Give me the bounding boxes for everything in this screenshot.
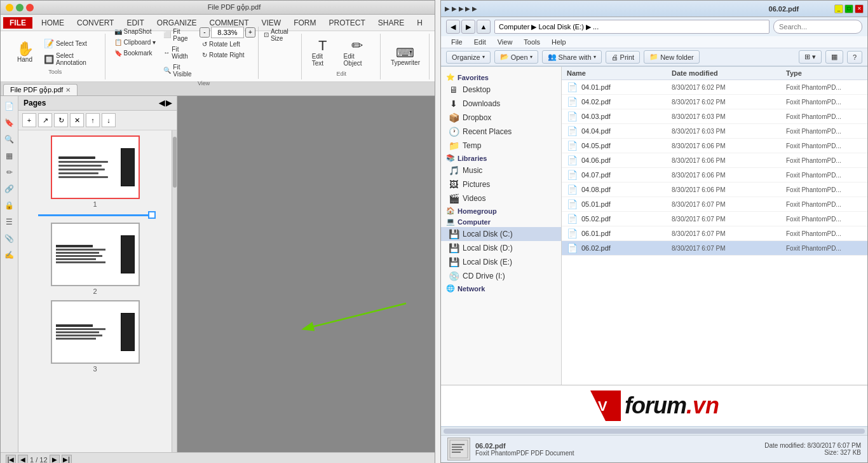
- expand-left-icon[interactable]: ◀: [159, 99, 165, 107]
- pages-move-up-btn[interactable]: ↑: [86, 113, 100, 127]
- back-button[interactable]: ◀: [446, 20, 460, 34]
- protect-menu[interactable]: PROTECT: [322, 17, 371, 29]
- share-menu[interactable]: SHARE: [372, 17, 410, 29]
- rotate-right-button[interactable]: ↻ Rotate Right: [200, 50, 255, 60]
- page-thumb-3[interactable]: 3: [51, 300, 140, 373]
- next-page-button[interactable]: ▶: [50, 455, 60, 464]
- address-input[interactable]: [494, 20, 770, 34]
- share-with-button[interactable]: 👥 Share with ▾: [542, 50, 602, 64]
- search-sidebar-btn[interactable]: 🔍: [2, 132, 17, 147]
- explorer-close-btn[interactable]: ✕: [855, 4, 864, 13]
- page-thumb-1[interactable]: 1: [51, 135, 140, 208]
- select-annotation-button[interactable]: 🔲 Select Annotation: [41, 51, 100, 67]
- nav-local-disk-c[interactable]: 💾 Local Disk (C:): [441, 227, 561, 241]
- date-column-header[interactable]: Date modified: [672, 69, 786, 77]
- nav-temp[interactable]: 📁 Temp: [441, 139, 561, 153]
- computer-header[interactable]: 💻 Computer: [441, 216, 561, 227]
- nav-local-disk-d[interactable]: 💾 Local Disk (D:): [441, 241, 561, 255]
- home-menu[interactable]: HOME: [35, 17, 71, 29]
- signatures-sidebar-btn[interactable]: ✍: [2, 247, 17, 263]
- select-text-button[interactable]: 📝 Select Text: [41, 38, 100, 50]
- file-row[interactable]: 📄 04.03.pdf 8/30/2017 6:03 PM Foxit Phan…: [562, 109, 867, 124]
- file-row[interactable]: 📄 05.01.pdf 8/30/2017 6:07 PM Foxit Phan…: [562, 197, 867, 212]
- file-row[interactable]: 📄 04.02.pdf 8/30/2017 6:02 PM Foxit Phan…: [562, 95, 867, 109]
- network-header[interactable]: 🌐 Network: [441, 283, 561, 294]
- expand-right-icon[interactable]: ▶: [166, 99, 172, 107]
- pages-rotate-btn[interactable]: ↻: [54, 113, 68, 127]
- file-row[interactable]: 📄 04.08.pdf 8/30/2017 6:06 PM Foxit Phan…: [562, 183, 867, 197]
- libraries-header[interactable]: 📚 Libraries: [441, 153, 561, 163]
- security-sidebar-btn[interactable]: 🔒: [2, 198, 17, 213]
- explorer-maximize-btn[interactable]: □: [844, 4, 853, 13]
- pages-insert-btn[interactable]: +: [22, 113, 36, 127]
- bookmark-button[interactable]: 🔖 Bookmark: [112, 48, 159, 58]
- nav-music[interactable]: 🎵 Music: [441, 163, 561, 177]
- typewriter-button[interactable]: ⌨ Typewriter: [387, 44, 424, 69]
- zoom-out-button[interactable]: -: [200, 27, 210, 38]
- pages-scrollbar[interactable]: [172, 130, 177, 452]
- file-menu-item[interactable]: File: [446, 38, 468, 46]
- page-3-thumbnail[interactable]: [51, 300, 140, 364]
- horizontal-scrollbar[interactable]: [441, 426, 867, 435]
- tab-close-icon[interactable]: ✕: [65, 86, 71, 93]
- file-row[interactable]: 📄 04.04.pdf 8/30/2017 6:03 PM Foxit Phan…: [562, 124, 867, 139]
- last-page-button[interactable]: ▶|: [62, 455, 72, 464]
- edit-menu-item[interactable]: Edit: [469, 38, 491, 46]
- close-btn[interactable]: [26, 4, 34, 11]
- file-row[interactable]: 📄 04.01.pdf 8/30/2017 6:02 PM Foxit Phan…: [562, 80, 867, 95]
- minimize-btn[interactable]: [6, 4, 13, 11]
- page-1-thumbnail[interactable]: [51, 135, 140, 199]
- pages-sidebar-btn[interactable]: 📄: [2, 99, 17, 114]
- links-sidebar-btn[interactable]: 🔗: [2, 181, 17, 197]
- nav-desktop[interactable]: 🖥 Desktop: [441, 83, 561, 97]
- nav-recent-places[interactable]: 🕐 Recent Places: [441, 125, 561, 139]
- file-tab[interactable]: File PDF gộp.pdf ✕: [3, 84, 78, 95]
- forward-button[interactable]: ▶: [461, 20, 475, 34]
- file-row[interactable]: 📄 04.05.pdf 8/30/2017 6:06 PM Foxit Phan…: [562, 139, 867, 153]
- nav-local-disk-e[interactable]: 💾 Local Disk (E:): [441, 255, 561, 269]
- clipboard-button[interactable]: 📋 Clipboard ▾: [112, 38, 159, 47]
- help-button[interactable]: ?: [847, 51, 862, 64]
- rotate-left-button[interactable]: ↺ Rotate Left: [200, 39, 255, 49]
- nav-downloads[interactable]: ⬇ Downloads: [441, 97, 561, 111]
- view-toggle-button[interactable]: ⊞ ▾: [799, 50, 822, 64]
- bookmarks-sidebar-btn[interactable]: 🔖: [2, 115, 17, 130]
- prev-page-button[interactable]: ◀: [18, 455, 28, 464]
- search-input[interactable]: [773, 20, 862, 34]
- file-menu[interactable]: FILE: [3, 17, 32, 29]
- favorites-header[interactable]: ⭐ Favorites: [441, 72, 561, 83]
- layers-sidebar-btn[interactable]: ▦: [2, 148, 17, 163]
- actual-size-button[interactable]: ⊡ Actual Size: [261, 27, 296, 43]
- snapshot-button[interactable]: 📷 SnapShot: [112, 27, 159, 36]
- edit-text-button[interactable]: T Edit Text: [308, 36, 337, 69]
- nav-pictures[interactable]: 🖼 Pictures: [441, 177, 561, 191]
- first-page-button[interactable]: |◀: [6, 455, 16, 464]
- file-row[interactable]: 📄 06.01.pdf 8/30/2017 6:07 PM Foxit Phan…: [562, 226, 867, 241]
- file-row[interactable]: 📄 05.02.pdf 8/30/2017 6:07 PM Foxit Phan…: [562, 212, 867, 226]
- up-button[interactable]: ▲: [477, 20, 491, 34]
- zoom-input[interactable]: [211, 27, 244, 38]
- zoom-in-button[interactable]: +: [245, 27, 255, 38]
- edit-object-button[interactable]: ✏ Edit Object: [340, 36, 375, 69]
- hand-tool-button[interactable]: ✋ Hand: [11, 39, 39, 66]
- fit-visible-button[interactable]: 🔍 Fit Visible: [161, 62, 194, 79]
- nav-dropbox[interactable]: 📦 Dropbox: [441, 111, 561, 125]
- name-column-header[interactable]: Name: [567, 69, 672, 77]
- pages-extract-btn[interactable]: ↗: [38, 113, 52, 127]
- new-folder-button[interactable]: 📁 New folder: [644, 50, 700, 64]
- page-thumb-2[interactable]: 2: [51, 223, 140, 295]
- fit-width-button[interactable]: ↔ Fit Width: [161, 45, 194, 61]
- file-row[interactable]: 📄 06.02.pdf 8/30/2017 6:07 PM Foxit Phan…: [562, 241, 867, 256]
- type-column-header[interactable]: Type: [786, 69, 862, 77]
- help-menu-item[interactable]: Help: [546, 38, 571, 46]
- nav-cd-drive[interactable]: 💿 CD Drive (I:): [441, 269, 561, 283]
- pages-move-down-btn[interactable]: ↓: [102, 113, 116, 127]
- file-row[interactable]: 📄 04.06.pdf 8/30/2017 6:06 PM Foxit Phan…: [562, 153, 867, 168]
- attachments-sidebar-btn[interactable]: 📎: [2, 231, 17, 246]
- file-row[interactable]: 📄 04.07.pdf 8/30/2017 6:06 PM Foxit Phan…: [562, 168, 867, 183]
- drag-handle[interactable]: [148, 211, 156, 219]
- tools-menu-item[interactable]: Tools: [519, 38, 545, 46]
- maximize-btn[interactable]: [16, 4, 24, 11]
- print-button[interactable]: 🖨 Print: [606, 51, 641, 64]
- forms-sidebar-btn[interactable]: ☰: [2, 214, 17, 230]
